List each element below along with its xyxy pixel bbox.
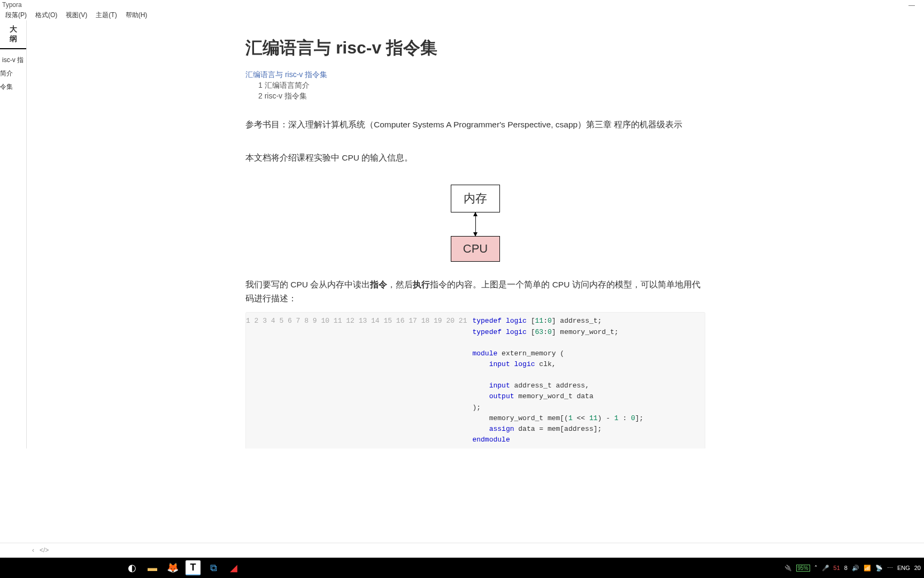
taskbar: ◐ ▬ 🦊 T ⧉ ◢ 🔌 95% ˄ 🎤 51 8 🔊 📶 📡 ⋯ ENG 2… [0,558,924,578]
outline-pane: isc-v 指 简介 令集 [0,49,26,448]
sidebar: 大纲 isc-v 指 简介 令集 [0,20,27,448]
wifi-icon[interactable]: 📡 [875,565,883,572]
app-title: Typora [2,1,22,9]
memory-cpu-diagram: 内存 CPU [245,185,705,262]
window-buttons: — [899,0,924,11]
sidebar-tab-outline[interactable]: 大纲 [0,20,26,49]
status-bar: ‹ </> [0,543,924,557]
outline-item-root[interactable]: isc-v 指 [0,54,26,67]
toc-root[interactable]: 汇编语言与 risc-v 指令集 [245,70,705,80]
source-toggle-icon[interactable]: </> [40,546,49,554]
diagram-memory-box: 内存 [451,185,500,212]
menu-format[interactable]: 格式(O) [31,10,61,21]
taskbar-acrobat-icon[interactable]: ◢ [224,558,244,578]
taskbar-explorer-icon[interactable]: ▬ [142,558,163,578]
outline-item-2[interactable]: 令集 [0,80,26,94]
page-title[interactable]: 汇编语言与 risc-v 指令集 [245,36,705,60]
taskbar-typora-icon[interactable]: T [186,560,201,575]
ime-lang[interactable]: ENG [897,565,910,571]
diagram-arrow [475,212,476,236]
more-icon[interactable]: ⋯ [887,565,893,572]
nav-back-icon[interactable]: ‹ [32,546,34,554]
menu-theme[interactable]: 主题(T) [91,10,121,21]
power-icon[interactable]: 📶 [864,565,871,572]
taskbar-apps: ◐ ▬ 🦊 T ⧉ ◢ [0,558,244,578]
toc-item-1[interactable]: 1 汇编语言简介 [245,80,705,91]
tray-chevron-icon[interactable]: ˄ [814,565,818,572]
code-gutter: 1 2 3 4 5 6 7 8 9 10 11 12 13 14 15 16 1… [246,313,472,448]
battery-indicator[interactable]: 95% [796,565,810,572]
menu-bar: 段落(P) 格式(O) 视图(V) 主题(T) 帮助(H) [0,10,924,20]
taskbar-cortana-icon[interactable]: ◐ [122,558,142,578]
outline-item-1[interactable]: 简介 [0,67,26,80]
code-block[interactable]: 1 2 3 4 5 6 7 8 9 10 11 12 13 14 15 16 1… [245,312,705,448]
code-body[interactable]: typedef logic [11:0] address_t; typedef … [472,313,643,448]
volume-icon[interactable]: 🔊 [852,565,859,572]
taskbar-firefox-icon[interactable]: 🦊 [163,558,183,578]
plug-icon[interactable]: 🔌 [784,565,792,572]
table-of-contents: 汇编语言与 risc-v 指令集 1 汇编语言简介 2 risc-v 指令集 [245,70,705,102]
document-content[interactable]: 汇编语言与 risc-v 指令集 汇编语言与 risc-v 指令集 1 汇编语言… [245,20,705,448]
system-tray: 🔌 95% ˄ 🎤 51 8 🔊 📶 📡 ⋯ ENG 20 [784,565,924,572]
taskbar-vscode-icon[interactable]: ⧉ [203,558,224,578]
temp-reading-2: 8 [844,565,848,571]
menu-view[interactable]: 视图(V) [61,10,91,21]
diagram-cpu-box: CPU [451,236,500,262]
menu-help[interactable]: 帮助(H) [121,10,152,21]
tray-time[interactable]: 20 [914,565,921,571]
temp-reading-1: 51 [834,565,840,571]
minimize-button[interactable]: — [899,0,924,11]
paragraph-reference[interactable]: 参考书目：深入理解计算机系统（Computer Systems A Progra… [245,118,705,132]
toc-item-2[interactable]: 2 risc-v 指令集 [245,91,705,102]
app-body: 大纲 isc-v 指 简介 令集 汇编语言与 risc-v 指令集 汇编语言与 … [0,20,924,448]
paragraph-intro[interactable]: 本文档将介绍课程实验中 CPU 的输入信息。 [245,151,705,165]
paragraph-desc[interactable]: 我们要写的 CPU 会从内存中读出指令，然后执行指令的内容。上图是一个简单的 C… [245,278,705,306]
mic-icon[interactable]: 🎤 [822,565,829,572]
title-bar: Typora [0,0,924,10]
content-scroll[interactable]: 汇编语言与 risc-v 指令集 汇编语言与 risc-v 指令集 1 汇编语言… [27,20,924,448]
menu-paragraph[interactable]: 段落(P) [1,10,31,21]
